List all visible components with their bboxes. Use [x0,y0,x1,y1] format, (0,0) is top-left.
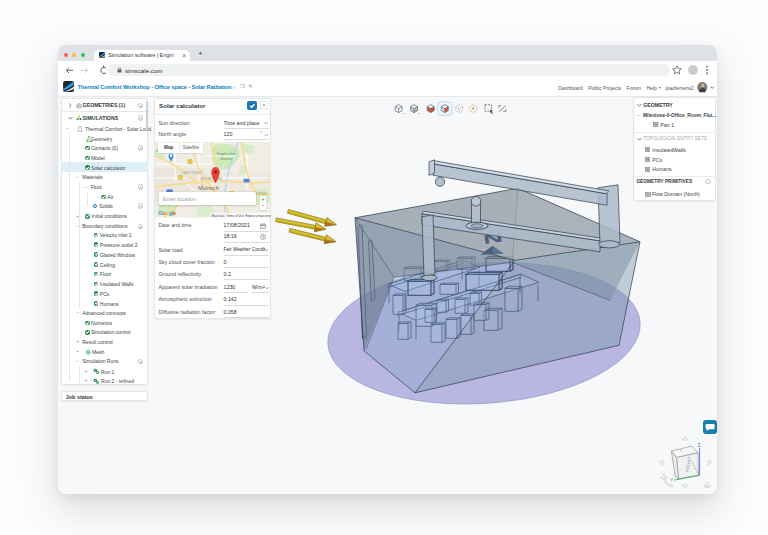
svg-text:Garten: Garten [220,156,232,161]
svg-text:Munich: Munich [198,186,219,192]
svg-text:ALTSTADT-LEHEL: ALTSTADT-LEHEL [201,178,223,182]
svg-text:Z: Z [698,443,701,448]
svg-text:MAXVORSTADT: MAXVORSTADT [183,172,203,176]
svg-text:Y: Y [670,478,674,483]
